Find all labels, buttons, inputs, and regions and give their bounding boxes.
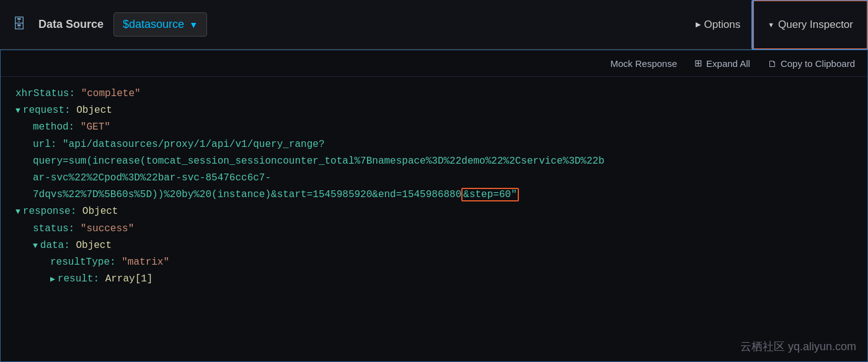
response-label: Object xyxy=(82,206,118,217)
copy-icon: 🗋 xyxy=(768,58,777,69)
options-button[interactable]: ▶ Options xyxy=(683,19,753,31)
expand-all-button[interactable]: ⊞ Expand All xyxy=(694,58,750,69)
datasource-dropdown[interactable]: $datasource ▼ xyxy=(113,12,207,37)
xhr-status-row: xhrStatus: "complete" xyxy=(16,86,852,102)
request-row: ▼request: Object xyxy=(16,102,852,119)
result-type-key: resultType: xyxy=(50,257,116,268)
request-collapse-icon[interactable]: ▼ xyxy=(16,106,20,115)
url-val-1: "api/datasources/proxy/1/api/v1/query_ra… xyxy=(63,139,324,150)
dropdown-arrow-icon: ▼ xyxy=(189,20,198,30)
url-row-2: query=sum(increase(tomcat_session_sessio… xyxy=(33,153,852,170)
url-row-4: 7dqvs%22%7D%5B60s%5D))%20by%20(instance)… xyxy=(33,187,852,203)
url-key: url: xyxy=(33,139,56,150)
response-collapse-icon[interactable]: ▼ xyxy=(16,207,20,216)
mock-response-button[interactable]: Mock Response xyxy=(610,58,677,69)
data-label: Object xyxy=(76,240,112,251)
datasource-value: $datasource xyxy=(123,18,184,31)
status-row: status: "success" xyxy=(33,221,852,237)
copy-clipboard-button[interactable]: 🗋 Copy to Clipboard xyxy=(768,58,855,69)
datasource-label: Data Source xyxy=(38,18,104,31)
options-label: Options xyxy=(704,19,741,31)
data-key: data: xyxy=(40,240,70,251)
content-area: Mock Response ⊞ Expand All 🗋 Copy to Cli… xyxy=(0,50,868,362)
response-key: response: xyxy=(23,206,76,217)
datasource-icon: 🗄 xyxy=(0,16,38,33)
result-type-row: resultType: "matrix" xyxy=(50,254,852,271)
status-key: status: xyxy=(33,223,74,234)
top-bar: 🗄 Data Source $datasource ▼ ▶ Options ▼ … xyxy=(0,0,868,50)
query-inspector-label: Query Inspector xyxy=(778,19,853,31)
request-key: request: xyxy=(23,105,71,116)
status-val: "success" xyxy=(81,223,134,234)
data-collapse-icon[interactable]: ▼ xyxy=(33,241,38,250)
url-val-4-highlight: &step=60" xyxy=(461,188,518,201)
url-row-1: url: "api/datasources/proxy/1/api/v1/que… xyxy=(33,136,852,153)
result-expand-icon[interactable]: ▶ xyxy=(50,275,55,284)
expand-all-label: Expand All xyxy=(706,58,750,69)
expand-all-icon: ⊞ xyxy=(694,58,702,69)
method-key: method: xyxy=(33,121,74,133)
result-label: Array[1] xyxy=(105,273,153,285)
response-row: ▼response: Object xyxy=(16,203,852,220)
url-val-4-pre: 7dqvs%22%7D%5B60s%5D))%20by%20(instance)… xyxy=(33,189,461,200)
result-type-val: "matrix" xyxy=(122,257,169,268)
result-row: ▶result: Array[1] xyxy=(50,271,852,288)
toolbar: Mock Response ⊞ Expand All 🗋 Copy to Cli… xyxy=(1,50,867,77)
mock-response-label: Mock Response xyxy=(610,58,677,69)
method-row: method: "GET" xyxy=(33,119,852,136)
url-val-2: query=sum(increase(tomcat_session_sessio… xyxy=(33,156,604,167)
data-row: ▼data: Object xyxy=(33,237,852,254)
json-viewer: xhrStatus: "complete" ▼request: Object m… xyxy=(1,77,867,296)
method-val: "GET" xyxy=(81,121,110,133)
xhr-status-val: "complete" xyxy=(81,88,141,99)
xhr-status-key: xhrStatus: xyxy=(16,88,75,99)
request-label: Object xyxy=(76,105,112,116)
copy-label: Copy to Clipboard xyxy=(781,58,855,69)
url-row-3: ar-svc%22%2Cpod%3D%22bar-svc-85476cc6c7- xyxy=(33,170,852,187)
watermark: 云栖社区 yq.aliyun.com xyxy=(740,339,856,354)
query-inspector-button[interactable]: ▼ Query Inspector xyxy=(753,0,868,50)
url-val-3: ar-svc%22%2Cpod%3D%22bar-svc-85476cc6c7- xyxy=(33,172,271,183)
options-triangle-icon: ▶ xyxy=(696,20,701,29)
query-inspector-triangle-icon: ▼ xyxy=(768,21,774,29)
result-key: result: xyxy=(58,273,99,285)
